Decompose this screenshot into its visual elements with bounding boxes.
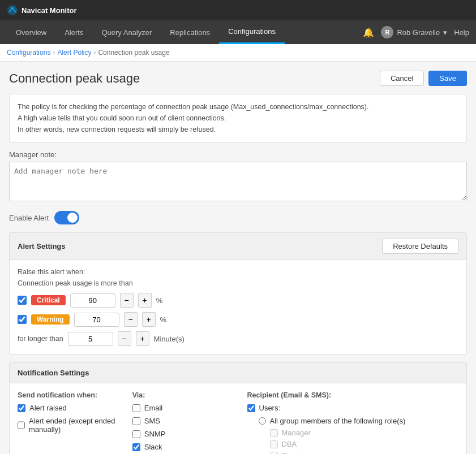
manager-note-input[interactable] xyxy=(9,162,467,201)
user-name: Rob Gravelle xyxy=(397,28,440,37)
manager-role-row: Manager xyxy=(270,429,459,437)
alert-ended-row: Alert ended (except ended manually) xyxy=(18,417,123,434)
critical-unit: % xyxy=(156,296,163,305)
warning-unit: % xyxy=(160,315,167,324)
manager-note-group: Manager note: xyxy=(9,150,467,203)
alert-raised-label: Alert raised xyxy=(29,404,67,412)
raise-when-label: Raise this alert when: xyxy=(18,268,458,276)
warning-decrement-button[interactable]: − xyxy=(124,312,138,327)
users-label: Users: xyxy=(259,404,281,412)
alert-raised-checkbox[interactable] xyxy=(18,404,25,412)
sms-checkbox[interactable] xyxy=(132,417,140,425)
warning-increment-button[interactable]: + xyxy=(142,312,156,327)
notification-settings-header: Notification Settings xyxy=(10,363,466,383)
users-checkbox[interactable] xyxy=(247,404,255,412)
enable-alert-label: Enable Alert xyxy=(9,214,49,222)
breadcrumb-sep-1: › xyxy=(53,49,55,57)
duration-value-input[interactable]: 5 xyxy=(68,332,113,346)
bell-icon[interactable]: 🔔 xyxy=(363,27,374,38)
alert-settings-title: Alert Settings xyxy=(18,242,66,250)
page-header: Connection peak usage Cancel Save xyxy=(9,71,467,86)
alert-settings-body: Raise this alert when: Connection peak u… xyxy=(10,260,466,354)
save-button[interactable]: Save xyxy=(428,71,467,86)
critical-threshold-row: Critical 90 − + % xyxy=(18,293,458,308)
snmp-checkbox[interactable] xyxy=(132,430,140,438)
navbar: Overview Alerts Query Analyzer Replicati… xyxy=(0,20,476,44)
alert-settings-header: Alert Settings Restore Defaults xyxy=(10,233,466,260)
chevron-down-icon: ▾ xyxy=(443,28,447,37)
email-checkbox[interactable] xyxy=(132,404,140,412)
users-sub: All group members of the following role(… xyxy=(259,417,459,454)
all-group-radio[interactable] xyxy=(259,417,266,425)
send-when-col: Send notification when: Alert raised Ale… xyxy=(18,391,123,454)
header-actions: Cancel Save xyxy=(380,71,467,86)
description-line-2: A high value tells that you could soon r… xyxy=(18,113,458,124)
slack-checkbox[interactable] xyxy=(132,443,140,451)
manager-checkbox[interactable] xyxy=(270,429,278,437)
via-email-row: Email xyxy=(132,404,238,412)
via-snmp-row: SNMP xyxy=(132,430,238,438)
alert-ended-checkbox[interactable] xyxy=(18,421,25,429)
duration-suffix-label: Minute(s) xyxy=(154,335,185,343)
notification-settings-card: Notification Settings Send notification … xyxy=(9,362,467,454)
operator-checkbox[interactable] xyxy=(270,452,278,455)
nav-configurations[interactable]: Configurations xyxy=(219,20,285,44)
operator-label: Operator xyxy=(282,451,311,454)
restore-defaults-button[interactable]: Restore Defaults xyxy=(382,239,458,254)
nav-alerts[interactable]: Alerts xyxy=(55,20,92,44)
warning-value-input[interactable]: 70 xyxy=(74,313,119,327)
all-group-members-row: All group members of the following role(… xyxy=(259,417,459,425)
dba-checkbox[interactable] xyxy=(270,440,278,448)
svg-point-1 xyxy=(11,7,14,9)
nav-replications[interactable]: Replications xyxy=(161,20,219,44)
svg-point-0 xyxy=(7,5,18,15)
operator-role-row: Operator xyxy=(270,451,459,454)
via-col: Via: Email SMS SNMP Sla xyxy=(132,391,238,454)
via-title: Via: xyxy=(132,391,238,399)
description-line-3: In other words, new connection requests … xyxy=(18,124,458,135)
breadcrumb: Configurations › Alert Policy › Connecti… xyxy=(0,44,476,62)
send-when-title: Send notification when: xyxy=(18,391,123,399)
snmp-label: SNMP xyxy=(144,430,166,438)
user-menu[interactable]: R Rob Gravelle ▾ xyxy=(381,26,447,38)
help-link[interactable]: Help xyxy=(454,28,469,37)
recipient-col: Recipient (Email & SMS): Users: All grou… xyxy=(247,391,459,454)
role-options: Manager DBA Operator xyxy=(270,429,459,454)
notification-settings-body: Send notification when: Alert raised Ale… xyxy=(10,383,466,454)
toggle-slider xyxy=(54,211,79,224)
alert-raised-row: Alert raised xyxy=(18,404,123,412)
recipient-title: Recipient (Email & SMS): xyxy=(247,391,459,399)
nav-query-analyzer[interactable]: Query Analyzer xyxy=(92,20,161,44)
manager-label: Manager xyxy=(282,429,311,437)
critical-decrement-button[interactable]: − xyxy=(120,293,134,308)
duration-prefix-label: for longer than xyxy=(18,335,63,343)
logo-icon xyxy=(7,5,18,16)
alert-settings-card: Alert Settings Restore Defaults Raise th… xyxy=(9,232,467,354)
critical-badge: Critical xyxy=(31,295,66,305)
warning-checkbox[interactable] xyxy=(18,315,27,324)
breadcrumb-alert-policy[interactable]: Alert Policy xyxy=(57,49,91,57)
notification-settings-title: Notification Settings xyxy=(18,369,89,377)
slack-label: Slack xyxy=(144,443,162,451)
warning-threshold-row: Warning 70 − + % xyxy=(18,312,458,327)
users-row: Users: xyxy=(247,404,459,412)
nav-overview[interactable]: Overview xyxy=(7,20,55,44)
condition-label: Connection peak usage is more than xyxy=(18,279,458,287)
cancel-button[interactable]: Cancel xyxy=(380,71,424,86)
description-box: The policy is for checking the percentag… xyxy=(9,94,467,142)
breadcrumb-configurations[interactable]: Configurations xyxy=(7,49,50,57)
critical-value-input[interactable]: 90 xyxy=(70,293,115,308)
alert-ended-label: Alert ended (except ended manually) xyxy=(29,417,123,434)
critical-checkbox[interactable] xyxy=(18,296,27,305)
duration-increment-button[interactable]: + xyxy=(136,331,149,346)
critical-increment-button[interactable]: + xyxy=(138,293,152,308)
duration-decrement-button[interactable]: − xyxy=(118,331,131,346)
enable-alert-toggle[interactable] xyxy=(54,211,79,224)
enable-alert-row: Enable Alert xyxy=(9,211,467,224)
manager-note-label: Manager note: xyxy=(9,150,467,159)
user-avatar: R xyxy=(381,26,393,38)
dba-role-row: DBA xyxy=(270,440,459,448)
breadcrumb-sep-2: › xyxy=(93,49,96,57)
description-line-1: The policy is for checking the percentag… xyxy=(18,101,458,113)
topbar: Navicat Monitor xyxy=(0,0,476,20)
